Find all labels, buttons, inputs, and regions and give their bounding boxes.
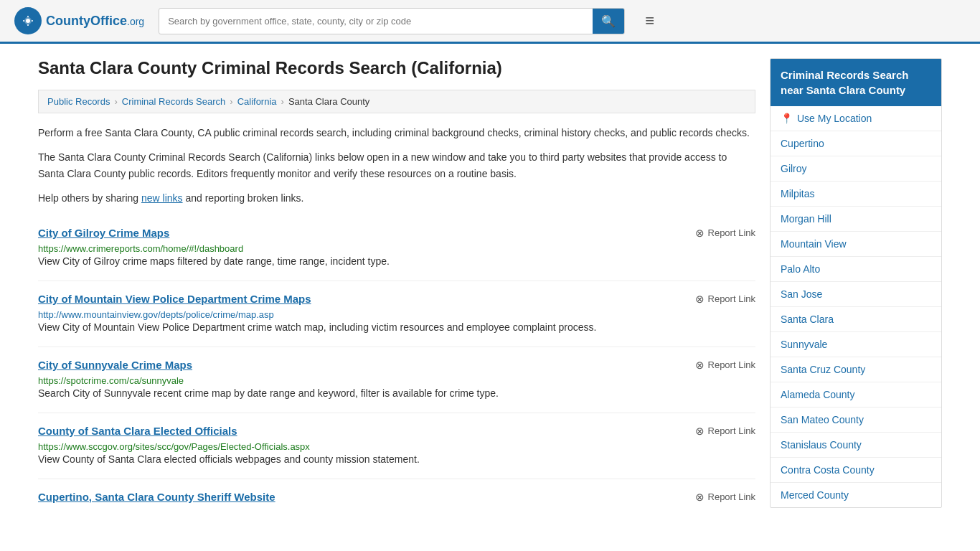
report-label-1: Report Link <box>708 293 755 304</box>
report-link-3[interactable]: ⊗ Report Link <box>695 425 755 438</box>
sidebar-link-9[interactable]: Santa Cruz County <box>781 364 865 375</box>
logo-area: CountyOffice.org <box>14 7 144 34</box>
result-title-0[interactable]: City of Gilroy Crime Maps <box>38 227 169 239</box>
result-title-2[interactable]: City of Sunnyvale Crime Maps <box>38 359 192 371</box>
hamburger-icon: ≡ <box>645 11 654 29</box>
sidebar-item-cupertino[interactable]: Cupertino <box>771 131 941 156</box>
breadcrumb-sep-1: › <box>114 96 117 107</box>
sidebar-link-14[interactable]: Merced County <box>781 489 849 501</box>
result-title-1[interactable]: City of Mountain View Police Department … <box>38 293 311 305</box>
result-item: City of Gilroy Crime Maps ⊗ Report Link … <box>38 215 755 281</box>
report-link-0[interactable]: ⊗ Report Link <box>695 227 755 240</box>
use-my-location-label: Use My Location <box>797 113 872 124</box>
sidebar-link-2[interactable]: Milpitas <box>781 188 814 199</box>
sidebar-item-san-jose[interactable]: San Jose <box>771 282 941 307</box>
sidebar-link-6[interactable]: San Jose <box>781 288 822 300</box>
result-desc-2: Search City of Sunnyvale recent crime ma… <box>38 386 755 401</box>
result-item: City of Mountain View Police Department … <box>38 281 755 347</box>
result-url-0[interactable]: https://www.crimereports.com/home/#!/das… <box>38 243 243 254</box>
report-link-1[interactable]: ⊗ Report Link <box>695 293 755 306</box>
sidebar-link-13[interactable]: Contra Costa County <box>781 464 875 476</box>
result-header: City of Gilroy Crime Maps ⊗ Report Link <box>38 227 755 240</box>
result-url-2[interactable]: https://spotcrime.com/ca/sunnyvale <box>38 375 184 386</box>
report-label-2: Report Link <box>708 359 755 370</box>
desc-2: The Santa Clara County Criminal Records … <box>38 149 755 182</box>
site-logo-icon <box>14 7 42 34</box>
result-desc-0: View City of Gilroy crime maps filtered … <box>38 254 755 269</box>
report-icon-1: ⊗ <box>695 293 705 306</box>
sidebar-item-palo-alto[interactable]: Palo Alto <box>771 257 941 282</box>
result-title-4[interactable]: Cupertino, Santa Clara County Sheriff We… <box>38 491 275 503</box>
report-label-3: Report Link <box>708 425 755 436</box>
breadcrumb-sep-3: › <box>281 96 284 107</box>
search-bar: 🔍 <box>159 8 625 34</box>
sidebar-item-santa-cruz-county[interactable]: Santa Cruz County <box>771 357 941 382</box>
result-desc-3: View County of Santa Clara elected offic… <box>38 452 755 467</box>
breadcrumb-california[interactable]: California <box>237 96 277 107</box>
sidebar-link-1[interactable]: Gilroy <box>781 163 807 174</box>
result-header: Cupertino, Santa Clara County Sheriff We… <box>38 491 755 504</box>
sidebar-box: Criminal Records Search near Santa Clara… <box>770 58 942 508</box>
sidebar-link-12[interactable]: Stanislaus County <box>781 439 862 451</box>
menu-button[interactable]: ≡ <box>645 11 654 30</box>
desc-3: Help others by sharing new links and rep… <box>38 190 755 206</box>
report-icon-0: ⊗ <box>695 227 705 240</box>
result-header: City of Sunnyvale Crime Maps ⊗ Report Li… <box>38 359 755 372</box>
svg-point-1 <box>26 19 30 23</box>
report-label-4: Report Link <box>708 491 755 502</box>
sidebar-link-8[interactable]: Sunnyvale <box>781 339 827 350</box>
result-url-1[interactable]: http://www.mountainview.gov/depts/police… <box>38 309 274 320</box>
desc-1: Perform a free Santa Clara County, CA pu… <box>38 125 755 141</box>
report-link-2[interactable]: ⊗ Report Link <box>695 359 755 372</box>
result-item: Cupertino, Santa Clara County Sheriff We… <box>38 479 755 518</box>
sidebar-link-5[interactable]: Palo Alto <box>781 263 820 275</box>
sidebar-item-morgan-hill[interactable]: Morgan Hill <box>771 207 941 232</box>
content-area: Santa Clara County Criminal Records Sear… <box>38 58 755 518</box>
use-my-location-item[interactable]: 📍 Use My Location <box>771 106 941 131</box>
sidebar-item-mountain-view[interactable]: Mountain View <box>771 232 941 257</box>
header: CountyOffice.org 🔍 ≡ <box>0 0 980 44</box>
report-icon-2: ⊗ <box>695 359 705 372</box>
result-item: City of Sunnyvale Crime Maps ⊗ Report Li… <box>38 347 755 413</box>
sidebar-link-3[interactable]: Morgan Hill <box>781 213 831 225</box>
result-url-3[interactable]: https://www.sccgov.org/sites/scc/gov/Pag… <box>38 441 310 452</box>
results-container: City of Gilroy Crime Maps ⊗ Report Link … <box>38 215 755 518</box>
search-input[interactable] <box>159 10 593 32</box>
sidebar-item-santa-clara[interactable]: Santa Clara <box>771 307 941 332</box>
sidebar-header: Criminal Records Search near Santa Clara… <box>771 59 941 106</box>
search-icon: 🔍 <box>601 15 616 27</box>
sidebar-link-4[interactable]: Mountain View <box>781 238 847 250</box>
breadcrumb-public-records[interactable]: Public Records <box>47 96 110 107</box>
report-link-4[interactable]: ⊗ Report Link <box>695 491 755 504</box>
result-header: County of Santa Clara Elected Officials … <box>38 425 755 438</box>
new-links-link[interactable]: new links <box>141 192 183 204</box>
result-desc-1: View City of Mountain View Police Depart… <box>38 320 755 335</box>
sidebar-item-milpitas[interactable]: Milpitas <box>771 182 941 207</box>
breadcrumb-criminal-records[interactable]: Criminal Records Search <box>122 96 226 107</box>
sidebar-link-7[interactable]: Santa Clara <box>781 314 834 325</box>
main-container: Santa Clara County Criminal Records Sear… <box>24 44 956 532</box>
breadcrumb-current: Santa Clara County <box>288 96 369 107</box>
desc-3-suffix: and reporting broken links. <box>183 192 304 204</box>
sidebar: Criminal Records Search near Santa Clara… <box>770 58 942 518</box>
sidebar-item-contra-costa-county[interactable]: Contra Costa County <box>771 458 941 483</box>
sidebar-item-sunnyvale[interactable]: Sunnyvale <box>771 332 941 357</box>
report-icon-4: ⊗ <box>695 491 705 504</box>
sidebar-item-stanislaus-county[interactable]: Stanislaus County <box>771 433 941 458</box>
sidebar-item-alameda-county[interactable]: Alameda County <box>771 382 941 408</box>
breadcrumb: Public Records › Criminal Records Search… <box>38 90 755 113</box>
sidebar-link-0[interactable]: Cupertino <box>781 138 824 149</box>
site-name: CountyOffice.org <box>46 14 144 29</box>
report-label-0: Report Link <box>708 227 755 238</box>
sidebar-items-container: CupertinoGilroyMilpitasMorgan HillMounta… <box>771 131 941 507</box>
breadcrumb-sep-2: › <box>230 96 232 107</box>
sidebar-link-11[interactable]: San Mateo County <box>781 414 864 425</box>
search-button[interactable]: 🔍 <box>593 9 624 34</box>
sidebar-link-10[interactable]: Alameda County <box>781 389 855 400</box>
page-title: Santa Clara County Criminal Records Sear… <box>38 58 755 78</box>
sidebar-item-merced-county[interactable]: Merced County <box>771 483 941 507</box>
sidebar-item-san-mateo-county[interactable]: San Mateo County <box>771 408 941 433</box>
result-header: City of Mountain View Police Department … <box>38 293 755 306</box>
result-title-3[interactable]: County of Santa Clara Elected Officials <box>38 425 237 437</box>
sidebar-item-gilroy[interactable]: Gilroy <box>771 156 941 182</box>
